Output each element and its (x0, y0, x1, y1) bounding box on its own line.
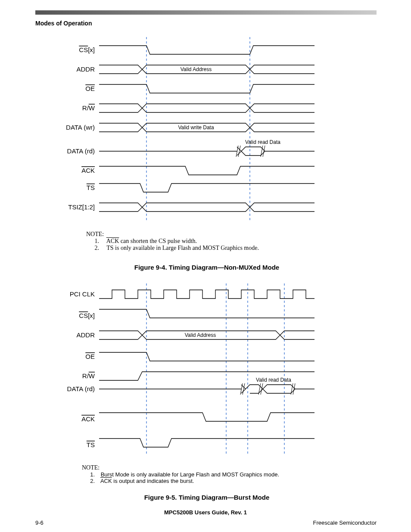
figure-1-notes: NOTE: 1. ACK can shorten the CS pulse wi… (86, 231, 358, 252)
svg-text:R/W: R/W (82, 372, 95, 380)
svg-text:ACK: ACK (81, 167, 95, 174)
svg-text:DATA (wr): DATA (wr) (66, 124, 95, 131)
svg-text:ADDR: ADDR (76, 331, 95, 339)
figure-9-4: CS[x] ADDR Valid Address OE R/W DATA (wr… (56, 37, 358, 271)
svg-text:DATA (rd): DATA (rd) (67, 385, 95, 392)
svg-text:TS: TS (87, 441, 95, 448)
company-name: Freescale Semiconductor (313, 520, 377, 526)
note-text: TS is only available in Large Flash and … (106, 245, 259, 251)
figure-9-5: PCI CLK CS[x] ADDR Valid Address OE R/W … (56, 283, 358, 501)
figure-caption-1: Figure 9-4. Timing Diagram—Non-MUXed Mod… (56, 264, 358, 271)
svg-text:Valid read Data: Valid read Data (245, 139, 280, 145)
page-number: 9-6 (35, 520, 44, 526)
svg-text:Valid Address: Valid Address (181, 66, 212, 72)
svg-text:ADDR: ADDR (76, 65, 95, 73)
note-header: NOTE: (86, 231, 104, 237)
note-number: 2. (82, 478, 95, 484)
note-text: is output and indicates the burst. (112, 478, 194, 484)
note-number: 2. (86, 245, 99, 252)
svg-text:CS[x]: CS[x] (79, 312, 95, 319)
section-header: Modes of Operation (35, 20, 92, 27)
svg-text:PCI CLK: PCI CLK (70, 290, 95, 298)
figure-caption-2: Figure 9-5. Timing Diagram—Burst Mode (56, 494, 358, 501)
svg-text:OE: OE (85, 353, 95, 360)
svg-text:DATA (rd): DATA (rd) (67, 147, 95, 155)
svg-text:Valid read Data: Valid read Data (256, 377, 291, 383)
svg-text:TS: TS (87, 184, 95, 191)
svg-text:OE: OE (85, 85, 95, 92)
note-number: 1. (86, 238, 99, 245)
svg-text:TSIZ[1:2]: TSIZ[1:2] (68, 203, 95, 211)
note-text: Burst Mode is only available for Large F… (101, 471, 280, 478)
document-title: MPC5200B Users Guide, Rev. 1 (0, 509, 411, 516)
svg-text:Valid Address: Valid Address (185, 332, 216, 338)
note-text: can shorten the CS pulse width. (119, 238, 197, 244)
svg-text:R/W: R/W (82, 104, 95, 112)
note-text-overline: ACK (100, 478, 112, 484)
note-number: 1. (82, 471, 95, 478)
note-header: NOTE: (82, 464, 100, 471)
svg-text:Valid write Data: Valid write Data (178, 124, 214, 131)
svg-text:CS[x]: CS[x] (79, 46, 95, 53)
note-text-overline: ACK (106, 238, 119, 244)
figure-2-notes: NOTE: 1. Burst Mode is only available fo… (82, 464, 358, 484)
timing-diagram-2: PCI CLK CS[x] ADDR Valid Address OE R/W … (56, 283, 358, 464)
page-top-bar (35, 10, 377, 15)
svg-text:ACK: ACK (81, 415, 95, 423)
timing-diagram-1: CS[x] ADDR Valid Address OE R/W DATA (wr… (56, 37, 358, 231)
